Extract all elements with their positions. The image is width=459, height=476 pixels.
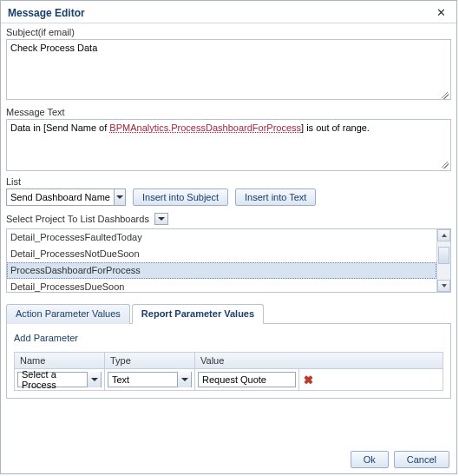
message-label: Message Text [6, 107, 451, 117]
param-type-dropdown[interactable]: Text [108, 372, 192, 387]
tab-action-parameters[interactable]: Action Parameter Values [6, 304, 130, 324]
insert-into-text-button[interactable]: Insert into Text [235, 188, 316, 206]
param-value-input[interactable] [198, 372, 296, 387]
delete-row-icon[interactable]: ✖ [304, 374, 313, 387]
list-dropdown[interactable]: Send Dashboard Name [6, 188, 126, 206]
dialog-title: Message Editor [8, 7, 85, 19]
chevron-down-icon [87, 372, 101, 387]
titlebar: Message Editor ✕ [1, 1, 456, 23]
col-header-type: Type [105, 353, 195, 368]
param-type-value: Text [108, 374, 177, 385]
col-header-name: Name [15, 353, 105, 368]
list-item[interactable]: Detail_ProcessesDueSoon [7, 279, 436, 293]
close-icon[interactable]: ✕ [433, 6, 449, 19]
insert-into-subject-button[interactable]: Insert into Subject [133, 188, 228, 206]
cancel-button[interactable]: Cancel [394, 451, 449, 468]
list-item[interactable]: ProcessDashboardForProcess [7, 262, 436, 279]
table-row: Select a Process Text ✖ [15, 369, 443, 390]
list-item[interactable]: Detail_ProcessesFaultedToday [7, 229, 436, 246]
list-item[interactable]: Detail_ProcessesNotDueSoon [7, 246, 436, 262]
scrollbar[interactable] [436, 229, 450, 292]
message-editor-dialog: Message Editor ✕ Subject(if email) Messa… [0, 0, 457, 474]
dashboards-listbox[interactable]: Detail_ProcessesFaultedToday Detail_Proc… [6, 228, 451, 293]
col-header-value: Value [195, 353, 443, 368]
add-parameter-link[interactable]: Add Parameter [14, 333, 443, 343]
message-text-prefix: Data in [Send Name of [10, 122, 109, 133]
list-label: List [6, 176, 451, 187]
chevron-down-icon [177, 372, 191, 387]
tab-report-parameters[interactable]: Report Parameter Values [132, 304, 264, 324]
scroll-down-icon[interactable] [437, 280, 450, 292]
dialog-footer: Ok Cancel [351, 451, 449, 468]
message-text-suffix: ] is out of range. [301, 122, 370, 133]
subject-input[interactable] [6, 39, 451, 100]
projects-picker-button[interactable] [154, 213, 168, 225]
list-dropdown-value: Send Dashboard Name [10, 192, 114, 202]
message-token[interactable]: BPMAnalytics.ProcessDashboardForProcess [109, 122, 301, 133]
parameters-table: Name Type Value Select a Process Text [14, 352, 443, 391]
projects-label: Select Project To List Dashboards [6, 214, 149, 224]
tab-panel: Add Parameter Name Type Value Select a P… [6, 324, 451, 399]
param-name-value: Select a Process [18, 369, 87, 390]
chevron-down-icon [114, 189, 125, 205]
param-name-dropdown[interactable]: Select a Process [17, 372, 102, 387]
tabs: Action Parameter Values Report Parameter… [6, 303, 451, 324]
scroll-thumb[interactable] [438, 247, 449, 264]
message-input[interactable]: Data in [Send Name of BPMAnalytics.Proce… [6, 119, 451, 171]
scroll-up-icon[interactable] [437, 229, 450, 241]
ok-button[interactable]: Ok [351, 451, 389, 468]
subject-label: Subject(if email) [6, 27, 451, 37]
